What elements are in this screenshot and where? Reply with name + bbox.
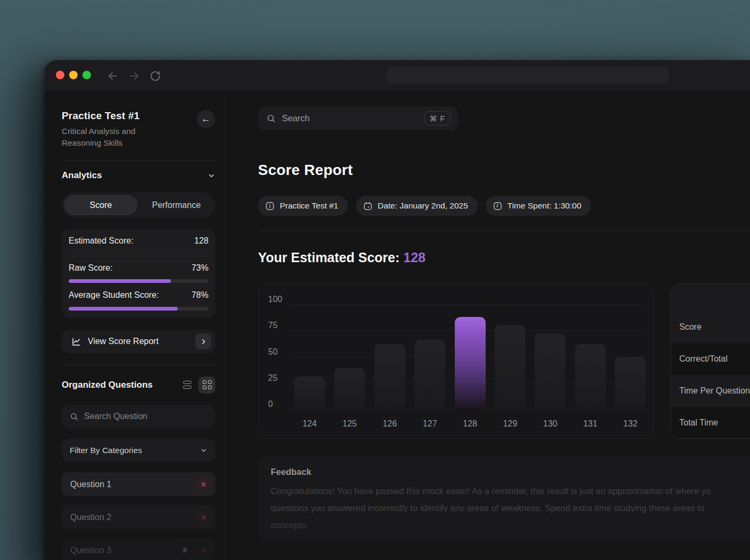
x-axis-tick: 124 xyxy=(294,419,325,429)
estimated-score-value: 128 xyxy=(194,236,209,246)
bar-126[interactable] xyxy=(374,344,405,410)
feedback-line: concepts. xyxy=(271,516,750,533)
chip-label: Time Spent: 1:30:00 xyxy=(507,201,581,211)
maximize-window-button[interactable] xyxy=(82,71,91,79)
chevron-down-icon xyxy=(200,447,207,454)
tab-performance[interactable]: Performance xyxy=(137,193,215,218)
raw-score-progressbar xyxy=(69,279,209,283)
grid-view-icon xyxy=(203,380,212,389)
list-view-button[interactable] xyxy=(179,377,196,394)
chip-label: Date: January 2nd, 2025 xyxy=(378,201,468,211)
analytics-section-header[interactable]: Analytics xyxy=(62,170,215,181)
divider xyxy=(62,365,215,365)
bar-131[interactable] xyxy=(575,344,606,410)
bar-125[interactable] xyxy=(334,368,365,410)
x-axis-tick: 129 xyxy=(495,419,526,429)
x-axis-tick: 132 xyxy=(615,419,646,429)
calendar-icon xyxy=(363,201,373,211)
raw-score-row: Raw Score: 73% xyxy=(69,263,209,273)
bar-128[interactable] xyxy=(455,317,486,410)
estimated-score-heading-value: 128 xyxy=(403,250,426,265)
estimated-score-row: Estimated Score: 128 xyxy=(69,236,209,246)
bar-132[interactable] xyxy=(615,357,646,411)
analytics-label: Analytics xyxy=(62,170,102,181)
filter-label: Filter By Categories xyxy=(70,446,142,455)
y-axis-tick: 50 xyxy=(259,347,283,357)
y-axis-tick: 100 xyxy=(259,295,283,304)
score-performance-toggle: Score Performance xyxy=(62,193,215,218)
chevron-right-icon xyxy=(195,333,211,349)
search-icon xyxy=(70,412,79,421)
x-axis-tick: 128 xyxy=(455,419,486,429)
feedback-line: questions you answered incorrectly to id… xyxy=(271,499,750,516)
minimize-window-button[interactable] xyxy=(69,71,78,79)
x-axis-tick: 125 xyxy=(334,419,365,429)
chip-test-name: Practice Test #1 xyxy=(258,196,348,216)
view-score-report-label: View Score Report xyxy=(88,337,159,346)
reload-icon[interactable] xyxy=(149,70,162,82)
search-question-placeholder: Search Question xyxy=(84,412,147,421)
bar-124[interactable] xyxy=(294,377,325,410)
question-stats-table: Score Correct/Total Time Per Question To… xyxy=(670,283,750,439)
question-item-2[interactable]: Question 2 ✕ xyxy=(62,505,215,529)
divider xyxy=(69,256,209,256)
collapse-sidebar-button[interactable]: ← xyxy=(197,110,215,128)
view-score-report-button[interactable]: View Score Report xyxy=(62,330,215,353)
chip-date: Date: January 2nd, 2025 xyxy=(356,196,478,216)
test-title: Practice Test #1 xyxy=(62,110,140,122)
back-icon[interactable] xyxy=(106,70,119,82)
divider xyxy=(258,231,750,231)
main-content: Search ⌘ F Score Report Practice Test #1… xyxy=(225,92,750,560)
avg-score-progress-fill xyxy=(69,307,178,311)
avg-score-progressbar xyxy=(69,307,209,311)
score-stats-card: Estimated Score: 128 Raw Score: 73% Aver… xyxy=(62,229,215,318)
raw-score-label: Raw Score: xyxy=(69,263,113,273)
global-search-input[interactable]: Search ⌘ F xyxy=(258,106,458,130)
bar-127[interactable] xyxy=(414,340,445,410)
page-title: Score Report xyxy=(258,162,353,179)
avg-score-label: Average Student Score: xyxy=(69,290,159,300)
info-icon xyxy=(265,201,275,211)
score-distribution-chart: 1007550250124125126127128129130131132 xyxy=(258,283,654,439)
bookmark-icon[interactable] xyxy=(177,542,193,558)
question-item-3[interactable]: Question 3 ✕ xyxy=(62,538,215,560)
question-label: Question 2 xyxy=(70,513,196,522)
chip-time-spent: Time Spent: 1:30:00 xyxy=(486,196,591,216)
meta-chips: Practice Test #1 Date: January 2nd, 2025… xyxy=(258,196,591,216)
shortcut-badge: ⌘ F xyxy=(424,111,451,126)
organized-questions-label: Organized Questions xyxy=(62,380,179,390)
list-view-icon xyxy=(183,381,191,389)
feedback-line: Congratulations! You have passed this mo… xyxy=(271,482,750,499)
incorrect-x-icon[interactable]: ✕ xyxy=(196,477,211,492)
y-axis-tick: 75 xyxy=(259,321,283,330)
table-row-correct-total: Correct/Total xyxy=(671,343,750,375)
tab-score[interactable]: Score xyxy=(64,195,137,215)
question-item-1[interactable]: Question 1 ✕ xyxy=(62,472,215,496)
bar-130[interactable] xyxy=(535,333,565,410)
estimated-score-heading-label: Your Estimated Score: xyxy=(258,250,399,265)
table-row-score: Score xyxy=(671,311,750,343)
estimated-score-heading: Your Estimated Score: 128 xyxy=(258,250,426,265)
y-axis-tick: 25 xyxy=(259,373,283,383)
incorrect-x-icon[interactable]: ✕ xyxy=(196,542,211,558)
forward-icon[interactable] xyxy=(128,70,140,82)
avg-score-row: Average Student Score: 78% xyxy=(69,290,209,300)
grid-view-button[interactable] xyxy=(198,377,215,394)
y-axis-tick: 0 xyxy=(259,399,283,409)
bar-129[interactable] xyxy=(495,325,526,410)
x-axis-tick: 126 xyxy=(374,419,405,429)
search-icon xyxy=(266,114,276,123)
search-question-input[interactable]: Search Question xyxy=(62,405,215,428)
filter-by-categories-select[interactable]: Filter By Categories xyxy=(62,439,215,462)
incorrect-x-icon[interactable]: ✕ xyxy=(196,509,211,525)
stats-table-header xyxy=(671,284,750,311)
app-page: Practice Test #1 Critical Analysis and R… xyxy=(45,92,750,560)
address-bar[interactable] xyxy=(387,67,669,83)
close-window-button[interactable] xyxy=(56,71,64,79)
avg-score-value: 78% xyxy=(191,290,209,300)
line-chart-icon xyxy=(71,337,81,347)
desktop: { "colors": { "backdrop_teal": "#4a666e"… xyxy=(0,0,750,560)
feedback-section: Feedback Congratulations! You have passe… xyxy=(258,456,750,541)
browser-chrome xyxy=(45,60,750,92)
question-label: Question 1 xyxy=(70,480,196,489)
